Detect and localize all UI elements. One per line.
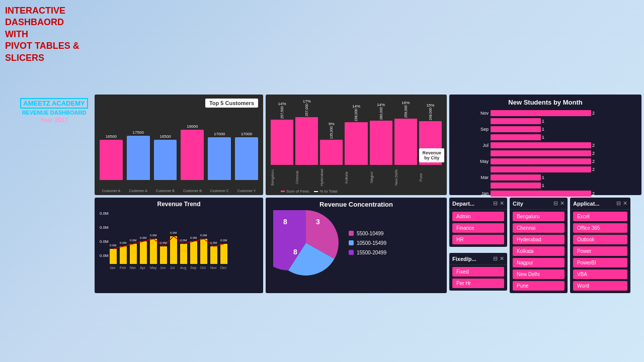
slicer-app-icons[interactable]: ⊟ ✕ [616, 200, 627, 207]
slicer-app-filter-icon[interactable]: ⊟ [616, 200, 621, 207]
slicer-dept-filter-icon[interactable]: ⊟ [493, 200, 498, 207]
svg-text:0.0M: 0.0M [120, 241, 126, 244]
svg-text:0.0M: 0.0M [200, 234, 207, 237]
concentration-title: Revenue Concentration [266, 198, 447, 210]
slicer-dept-clear-icon[interactable]: ✕ [500, 200, 504, 207]
title-block: INTERACTIVE DASHBAORD With PIVOT TABLES … [5, 5, 98, 64]
slicer-city-kolkata[interactable]: Kolkata [513, 246, 565, 256]
academy-year: Year 2017 [10, 117, 98, 124]
slicer-city-filter-icon[interactable]: ⊟ [553, 200, 558, 207]
slicer-city: City ⊟ ✕ Bengaluru Chennai Hyderabad Kol… [510, 198, 568, 293]
bar-customer-b: 16500 [154, 134, 177, 180]
legend-label-1: 5500-10499 [357, 231, 383, 236]
slicer-fixed-filter-icon[interactable]: ⊟ [493, 255, 498, 262]
svg-text:0.0M: 0.0M [220, 239, 227, 242]
slicer-dept-icons[interactable]: ⊟ ✕ [493, 200, 504, 207]
hbar-sep2: 1 [474, 134, 626, 140]
hbar-nov2: 1 [474, 118, 626, 124]
svg-text:Mar: Mar [130, 266, 136, 269]
top5-bar-labels: Customer A Customer A Customer B Custome… [100, 189, 258, 193]
svg-text:0.0M: 0.0M [210, 241, 217, 244]
svg-rect-10 [170, 236, 177, 264]
slicer-city-clear-icon[interactable]: ✕ [560, 200, 565, 207]
slicer-dept-header: Depart... ⊟ ✕ [449, 198, 507, 210]
slicer-city-bengaluru[interactable]: Bengaluru [513, 212, 565, 221]
slicer-app-vba[interactable]: VBA [573, 269, 627, 279]
slicer-dept-hr[interactable]: HR [452, 235, 504, 244]
slicer-department: Depart... ⊟ ✕ Admin Finance HR [449, 198, 507, 247]
hbar-may2: 2 [474, 166, 626, 172]
legend-item-2: 10500-15499 [349, 240, 386, 246]
slicer-fixed-clear-icon[interactable]: ✕ [500, 255, 504, 262]
slicer-app-excel[interactable]: Excel [573, 212, 627, 221]
slicer-fixed-perhr[interactable]: Per Hr [452, 279, 504, 288]
slicer-app-powerbi[interactable]: PowerBI [573, 258, 627, 267]
academy-dashboard: REVENUE DASHBOARD [10, 110, 98, 116]
students-hbar-chart: Nov 2 1 Sep 1 [449, 108, 641, 201]
trend-title: Revenue Trend [95, 198, 263, 209]
slicer-app-office365[interactable]: Office 365 [573, 223, 627, 233]
slicer-app-word[interactable]: Word [573, 281, 627, 291]
pie-label-3: 3 [316, 218, 320, 226]
svg-rect-12 [190, 241, 197, 264]
pie-area: 5500-10499 10500-15499 15500-20499 [266, 210, 447, 276]
chart-legend: Sum of Fees % to Total [281, 189, 337, 194]
svg-rect-13 [200, 239, 207, 264]
slicer-city-nagpur[interactable]: Nagpur [513, 258, 565, 267]
slicer-fixed-icons[interactable]: ⊟ ✕ [493, 255, 504, 262]
academy-name: AMEETZ ACADEMY [20, 98, 88, 109]
legend-sum-dot [281, 191, 285, 192]
top5-bar-chart: 16500 17500 16500 18000 17000 17000 [100, 107, 258, 180]
academy-label: AMEETZ ACADEMY REVENUE DASHBOARD Year 20… [10, 98, 98, 124]
svg-text:Sep: Sep [190, 266, 197, 270]
svg-text:Dec: Dec [220, 266, 227, 269]
hbar-mar: Mar 1 [474, 174, 626, 180]
slicer-app-header: Applicat... ⊟ ✕ [570, 198, 630, 210]
svg-rect-14 [210, 246, 217, 264]
trend-panel: Revenue Trend 0.0M 0.0M 0.0M 0.0M [95, 198, 263, 293]
slicer-city-pune[interactable]: Pune [513, 281, 565, 291]
svg-text:Oct: Oct [200, 266, 206, 269]
svg-text:Jun: Jun [160, 266, 166, 269]
bar-customer-a2: 17500 [127, 130, 150, 180]
slicer-dept-admin[interactable]: Admin [452, 212, 504, 221]
svg-text:0.0M: 0.0M [100, 253, 109, 258]
legend-dot-2 [349, 240, 354, 245]
slicer-fixed: Fixed/p... ⊟ ✕ Fixed Per Hr [449, 253, 507, 291]
svg-text:Feb: Feb [120, 266, 126, 269]
svg-rect-9 [160, 246, 167, 264]
slicer-app-clear-icon[interactable]: ✕ [623, 200, 627, 207]
svg-text:Nov: Nov [210, 266, 217, 269]
slicer-app-outlook[interactable]: Outlook [573, 235, 627, 244]
city-bar-chennai: 17% 257,000 [295, 99, 318, 165]
slicer-city-newdelhi[interactable]: New Delhi [513, 269, 565, 279]
pie-label-8a: 8 [283, 218, 287, 226]
bar-customer-c: 17000 [208, 132, 231, 180]
svg-rect-8 [150, 239, 157, 264]
slicer-fixed-item[interactable]: Fixed [452, 267, 504, 277]
legend-label-3: 15500-20499 [357, 250, 386, 255]
legend-item-3: 15500-20499 [349, 250, 386, 255]
bar-customer-b2: 18000 [181, 124, 204, 180]
svg-text:0.0M: 0.0M [130, 239, 136, 242]
slicer-city-hyderabad[interactable]: Hyderabad [513, 235, 565, 244]
pie-label-8b: 8 [293, 248, 297, 256]
svg-text:0.0M: 0.0M [140, 236, 146, 239]
bar-customer-y: 17000 [235, 132, 258, 180]
slicer-city-chennai[interactable]: Chennai [513, 223, 565, 233]
hbar-jan: Jan 2 [474, 191, 626, 197]
svg-rect-7 [140, 241, 147, 264]
slicer-city-title: City [513, 201, 523, 207]
svg-rect-11 [180, 244, 187, 264]
slicer-dept-finance[interactable]: Finance [452, 223, 504, 233]
svg-text:0.0M: 0.0M [160, 241, 167, 244]
slicer-fixed-title: Fixed/p... [452, 256, 476, 262]
svg-rect-15 [220, 244, 227, 264]
slicer-app-title: Applicat... [573, 201, 600, 207]
slicer-city-icons[interactable]: ⊟ ✕ [553, 200, 565, 207]
svg-text:Apr: Apr [140, 266, 146, 270]
slicer-app-power[interactable]: Power [573, 246, 627, 256]
svg-text:0.0M: 0.0M [150, 234, 156, 237]
slicer-fixed-header: Fixed/p... ⊟ ✕ [449, 253, 507, 265]
hbar-jul2: 2 [474, 150, 626, 156]
